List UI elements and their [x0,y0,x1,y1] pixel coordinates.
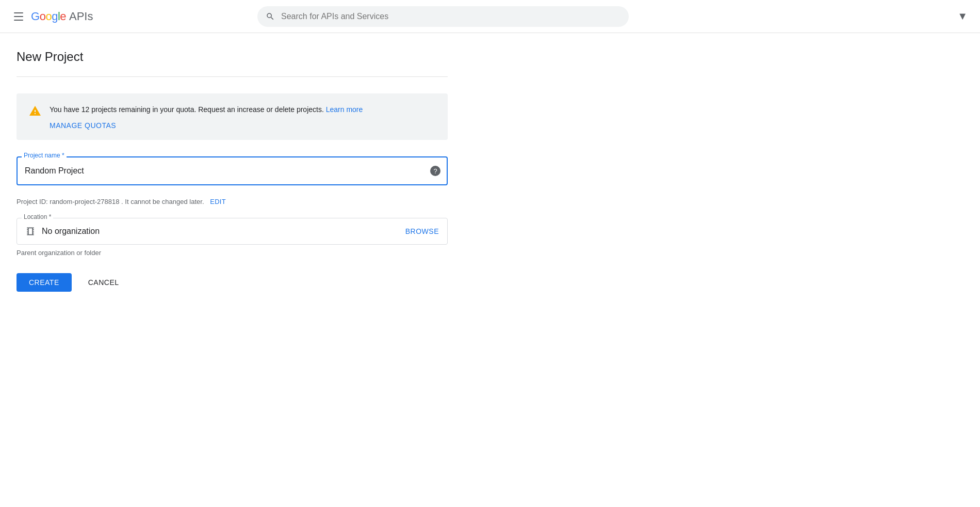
header: Google APIs ▼ [0,0,980,33]
warning-content: You have 12 projects remaining in your q… [50,104,435,130]
title-divider [17,76,448,77]
project-name-input-wrapper: ? [17,156,448,185]
location-value: No organization [42,227,405,236]
project-id-value: random-project-278818 [50,198,119,205]
location-label: Location * [22,213,53,220]
logo-o2: o [45,10,52,23]
organization-grid-icon [25,226,36,236]
project-id-suffix: . It cannot be changed later. [121,198,204,205]
manage-quotas-link[interactable]: MANAGE QUOTAS [50,121,116,130]
logo-g: G [31,10,40,23]
project-name-help-icon[interactable]: ? [430,166,440,176]
project-name-field: Project name * ? [17,156,448,185]
location-field: Location * No organization BROWSE [17,218,448,245]
location-input-wrapper: No organization BROWSE [17,218,448,245]
logo-o1: o [40,10,46,23]
form-section: Project name * ? Project ID: random-proj… [17,156,448,292]
warning-text: You have 12 projects remaining in your q… [50,104,435,115]
button-row: CREATE CANCEL [17,273,448,292]
project-id-prefix: Project ID: [17,198,48,205]
warning-box: You have 12 projects remaining in your q… [17,93,448,140]
cancel-button[interactable]: CANCEL [76,273,132,292]
header-right: ▼ [953,6,972,26]
apis-text: APIs [69,10,93,23]
project-name-input[interactable] [18,157,447,184]
menu-icon[interactable] [8,6,29,27]
edit-project-id-link[interactable]: EDIT [210,198,226,205]
learn-more-link[interactable]: Learn more [326,105,363,114]
dropdown-arrow-icon[interactable]: ▼ [953,6,972,26]
parent-org-hint: Parent organization or folder [17,249,448,257]
search-input[interactable] [281,12,620,21]
warning-icon [29,105,41,119]
page-title: New Project [17,50,448,64]
google-logo[interactable]: Google APIs [31,10,93,23]
search-icon [266,12,275,21]
page-content: New Project You have 12 projects remaini… [0,33,464,308]
search-bar [257,6,629,27]
create-button[interactable]: CREATE [17,273,72,292]
browse-link[interactable]: BROWSE [405,227,439,235]
logo-e: e [60,10,66,23]
logo-g2: g [52,10,58,23]
project-name-label: Project name * [22,152,67,159]
project-id-row: Project ID: random-project-278818 . It c… [17,198,448,205]
